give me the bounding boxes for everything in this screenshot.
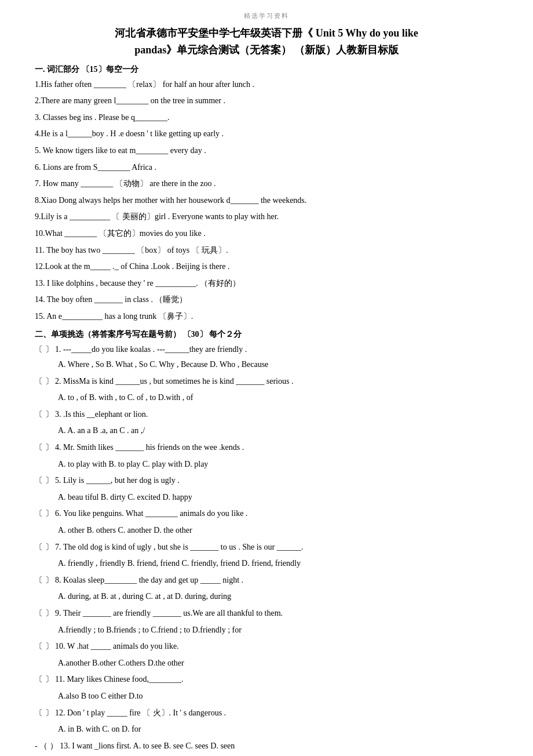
- s2q4: 〔 〕 4. Mr. Smith likes _______ his frien…: [35, 440, 498, 472]
- s2q7: 〔 〕 7. The old dog is kind of ugly , but…: [35, 540, 498, 572]
- s2q10: 〔 〕 10. W .hat _____ animals do you like…: [35, 639, 498, 671]
- watermark: 精选学习资料: [35, 12, 498, 20]
- q3: 3. Classes beg ins . Please be q________…: [35, 110, 498, 126]
- q7: 7. How many ________ 〔动物〕 are there in t…: [35, 176, 498, 192]
- q10: 10.What ________ 〔其它的〕movies do you like…: [35, 226, 498, 242]
- s2q1: 〔 〕 1. ---_____do you like koalas . ---_…: [35, 342, 498, 373]
- section1-header: 一. 词汇部分 〔15〕每空一分: [35, 64, 498, 75]
- q9: 9.Lily is a __________ 〔 美丽的〕girl . Ever…: [35, 209, 498, 225]
- section2-header: 二、单项挑选（将答案序号写在题号前） 〔30〕 每个２分: [35, 329, 498, 340]
- s2q5: 〔 〕 5. Lily is ______, but her dog is ug…: [35, 473, 498, 505]
- s2q2: 〔 〕 2. MissMa is kind ______us , but som…: [35, 374, 498, 406]
- q14: 14. The boy often _______ in class . （睡觉…: [35, 292, 498, 308]
- s2q3: 〔 〕 3. .Is this __elephant or lion. A. A…: [35, 407, 498, 439]
- q2: 2.There are many green l________ on the …: [35, 93, 498, 109]
- q4: 4.He is a l______boy . H .e doesn ' t li…: [35, 126, 498, 142]
- s2q9: 〔 〕 9. Their _______ are friendly ______…: [35, 606, 498, 638]
- page-title: 河北省承德市平安堡中学七年级英语下册《 Unit 5 Why do you li…: [35, 25, 498, 59]
- q6: 6. Lions are from S________ Africa .: [35, 160, 498, 176]
- s2q6: 〔 〕 6. You like penguins. What ________ …: [35, 506, 498, 538]
- q13: 13. I like dolphins , because they ' re …: [35, 276, 498, 292]
- q15: 15. An e__________ has a long trunk 〔鼻子〕…: [35, 309, 498, 325]
- s2q8: 〔 〕 8. Koalas sleep________ the day and …: [35, 573, 498, 605]
- q12: 12.Look at the m_____ ._ of China .Look …: [35, 259, 498, 275]
- q5: 5. We know tigers like to eat m________ …: [35, 143, 498, 159]
- q8: 8.Xiao Dong always helps her mother with…: [35, 193, 498, 209]
- q1: 1.His father often ________ 〔relax〕 for …: [35, 77, 498, 93]
- s2q13: - （ ） 13. I want _lions first. A. to see…: [35, 739, 498, 754]
- s2q12: 〔 〕 12. Don ' t play _____ fire 〔 火〕. It…: [35, 706, 498, 737]
- s2q11: 〔 〕 11. Mary likes Chinese food,________…: [35, 672, 498, 704]
- q11: 11. The boy has two ________ 〔box〕 of to…: [35, 243, 498, 259]
